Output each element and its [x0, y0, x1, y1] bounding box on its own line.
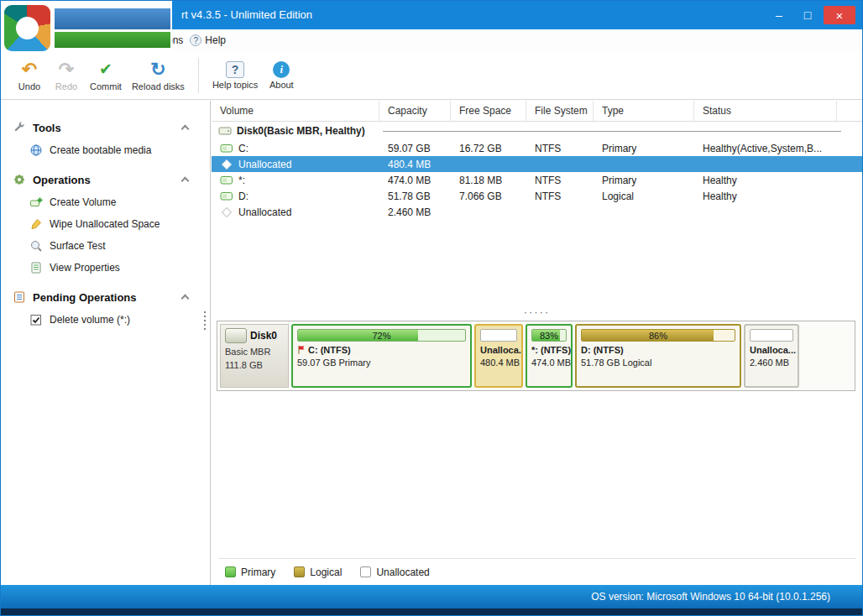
column-header-free-space[interactable]: Free Space: [451, 101, 526, 121]
sidebar: Tools Create bootable media Operations C…: [1, 101, 211, 585]
diskmap-block-unallocated-selected[interactable]: Unalloca... 480.4 MB: [474, 324, 523, 388]
column-header-filler: [837, 101, 862, 121]
redo-button[interactable]: ↷ Redo: [48, 58, 85, 93]
unallocated-diamond-icon: [220, 158, 233, 171]
menu-item-help[interactable]: ? Help: [185, 34, 231, 46]
chevron-up-icon: [181, 125, 190, 133]
app-window: rt v4.3.5 - Unlimited Edition – □ × ons …: [0, 0, 863, 616]
disk-partition-table: Basic MBR: [225, 347, 284, 357]
help-topics-icon: ?: [226, 61, 244, 78]
create-volume-icon: [29, 196, 43, 209]
redo-icon: ↷: [59, 60, 74, 80]
panel-splitter[interactable]: ·····: [212, 305, 862, 318]
usage-bar: 86%: [581, 329, 735, 342]
logo-banner: [55, 8, 170, 48]
pending-list-icon: [13, 290, 26, 304]
unallocated-diamond-icon: [220, 206, 233, 219]
disk-info-block[interactable]: Disk0 Basic MBR 111.8 GB: [220, 324, 289, 388]
disk-map: Disk0 Basic MBR 111.8 GB 72% C: (NTFS) 5…: [217, 321, 855, 391]
partition-icon: [220, 190, 233, 203]
flag-icon: [297, 345, 306, 355]
diskmap-block-d[interactable]: 86% D: (NTFS) 51.78 GB Logical: [575, 324, 741, 388]
maximize-button[interactable]: □: [795, 6, 820, 24]
table-row-d[interactable]: D: 51.78 GB 7.066 GB NTFS Logical Health…: [212, 188, 862, 204]
diskmap-block-star[interactable]: 83% *: (NTFS) 474.0 MB P.: [526, 324, 573, 388]
sidebar-item-create-volume[interactable]: Create Volume: [1, 191, 210, 213]
group-divider-line: [383, 131, 841, 132]
legend-primary-swatch: [225, 566, 236, 577]
sidebar-section-pending-operations[interactable]: Pending Operations: [1, 285, 210, 309]
table-row-star[interactable]: *: 474.0 MB 81.18 MB NTFS Primary Health…: [212, 172, 862, 188]
gear-icon: [13, 173, 26, 186]
minimize-button[interactable]: –: [766, 6, 792, 24]
disk-size: 111.8 GB: [225, 360, 284, 370]
undo-button[interactable]: ↶ Undo: [11, 58, 48, 93]
column-header-status[interactable]: Status: [694, 101, 837, 121]
info-icon: i: [273, 61, 290, 78]
sidebar-item-create-bootable-media[interactable]: Create bootable media: [1, 139, 210, 161]
table-row-c[interactable]: C: 59.07 GB 16.72 GB NTFS Primary Health…: [212, 140, 862, 156]
legend: Primary Logical Unallocated: [218, 558, 855, 585]
chevron-up-icon: [181, 177, 190, 185]
window-bottom-edge: [1, 608, 862, 615]
column-header-volume[interactable]: Volume: [212, 101, 379, 121]
logo-banner-blue: [55, 8, 170, 29]
table-header: Volume Capacity Free Space File System T…: [212, 101, 862, 122]
disk-icon: [218, 124, 232, 138]
sidebar-item-wipe-unallocated-space[interactable]: Wipe Unallocated Space: [1, 213, 210, 235]
legend-unallocated: Unallocated: [360, 566, 429, 578]
globe-icon: [29, 144, 43, 157]
table-row-unallocated-selected[interactable]: Unallocated 480.4 MB: [212, 156, 862, 172]
checkbox-checked-icon: [29, 313, 43, 326]
help-question-icon: ?: [190, 34, 201, 46]
column-header-capacity[interactable]: Capacity: [379, 101, 451, 121]
logo-icon: [4, 5, 50, 51]
app-logo: [1, 1, 172, 55]
commit-button[interactable]: ✔ Commit: [85, 58, 127, 93]
column-header-type[interactable]: Type: [594, 101, 694, 121]
os-version-text: OS version: Microsoft Windows 10 64-bit …: [591, 591, 830, 603]
magnifier-icon: [29, 239, 43, 253]
legend-logical-swatch: [294, 566, 305, 577]
legend-unallocated-swatch: [360, 566, 371, 577]
toolbar-separator: [198, 58, 199, 93]
usage-bar: [750, 329, 793, 342]
undo-icon: ↶: [22, 60, 37, 80]
wipe-brush-icon: [29, 217, 43, 231]
sidebar-item-delete-volume[interactable]: Delete volume (*:): [1, 309, 210, 331]
window-controls: – □ ×: [766, 6, 855, 24]
toolbar: ↶ Undo ↷ Redo ✔ Commit ↻ Reload disks ? …: [1, 51, 862, 100]
usage-bar: 72%: [297, 329, 466, 342]
logo-banner-green: [55, 32, 170, 48]
volume-list-panel: Volume Capacity Free Space File System T…: [212, 101, 862, 585]
window-title: rt v4.3.5 - Unlimited Edition: [181, 8, 312, 21]
partition-icon: [220, 174, 233, 187]
table-row-unallocated-2[interactable]: Unallocated 2.460 MB: [212, 204, 862, 220]
usage-bar: 83%: [531, 329, 567, 342]
disk-group-row[interactable]: Disk0(Basic MBR, Healthy): [212, 122, 862, 140]
diskmap-block-c[interactable]: 72% C: (NTFS) 59.07 GB Primary: [291, 324, 472, 388]
usage-bar: [480, 329, 517, 342]
reload-disks-button[interactable]: ↻ Reload disks: [127, 58, 190, 93]
legend-primary: Primary: [225, 566, 275, 578]
sidebar-item-surface-test[interactable]: Surface Test: [1, 235, 210, 257]
diskmap-block-unallocated-2[interactable]: Unalloca... 2.460 MB: [744, 324, 799, 388]
chevron-up-icon: [181, 295, 190, 303]
sidebar-section-operations[interactable]: Operations: [1, 168, 210, 191]
column-header-file-system[interactable]: File System: [526, 101, 594, 121]
help-topics-button[interactable]: ? Help topics: [207, 60, 263, 91]
sidebar-splitter[interactable]: [204, 311, 206, 330]
close-button[interactable]: ×: [824, 6, 855, 24]
legend-logical: Logical: [294, 566, 342, 578]
status-bar: OS version: Microsoft Windows 10 64-bit …: [1, 585, 862, 608]
hard-drive-icon: [225, 328, 247, 343]
sidebar-section-tools[interactable]: Tools: [1, 116, 210, 139]
about-button[interactable]: i About: [263, 60, 300, 91]
reload-icon: ↻: [150, 60, 165, 80]
properties-document-icon: [29, 261, 43, 274]
commit-check-icon: ✔: [99, 60, 112, 80]
wrench-icon: [13, 121, 26, 134]
sidebar-item-view-properties[interactable]: View Properties: [1, 257, 210, 279]
partition-icon: [220, 142, 233, 155]
